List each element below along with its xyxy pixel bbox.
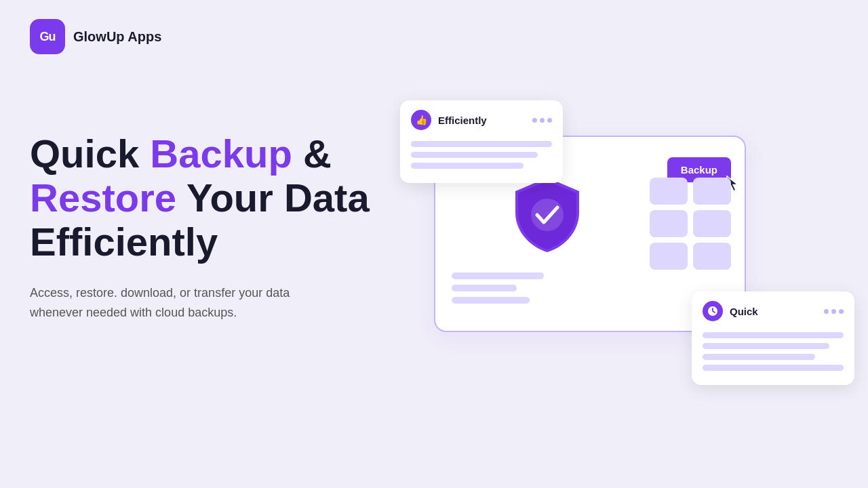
left-content: Quick Backup & Restore Your Data Efficie… (30, 132, 370, 322)
shield-icon (503, 171, 591, 262)
headline-efficiently: Efficiently (30, 220, 218, 264)
company-name: GlowUp Apps (73, 29, 161, 45)
grid-cell-3 (650, 210, 688, 237)
headline-quick: Quick (30, 131, 150, 176)
line-2 (411, 152, 538, 158)
illustration: 👍 Efficiently Backup (393, 0, 868, 488)
grid-cells (650, 178, 731, 270)
header: Gu GlowUp Apps (30, 19, 161, 54)
efficiently-card-lines (411, 138, 552, 169)
quick-card-lines (703, 329, 844, 371)
headline-and: & (292, 131, 332, 176)
grid-cell-5 (650, 243, 688, 270)
logo-initials: Gu (40, 30, 56, 44)
grid-cell-4 (693, 210, 731, 237)
qline-1 (703, 332, 844, 338)
line-1 (411, 141, 552, 147)
dot-1 (532, 118, 537, 123)
dot-3 (547, 118, 552, 123)
quick-card: Quick (692, 291, 854, 385)
qline-4 (703, 365, 844, 371)
line-3 (411, 163, 524, 169)
grid-cell-2 (693, 178, 731, 205)
dot-2 (540, 118, 545, 123)
grid-cell-1 (650, 178, 688, 205)
headline-backup: Backup (150, 131, 292, 176)
qline-3 (703, 354, 815, 360)
dot-4 (824, 309, 829, 314)
quick-card-icon (703, 301, 723, 321)
quick-card-dots (824, 309, 844, 314)
card-dots (532, 118, 552, 123)
headline-your-data: Your Data (176, 176, 370, 220)
headline: Quick Backup & Restore Your Data Efficie… (30, 132, 370, 264)
qline-2 (703, 343, 829, 349)
efficiently-card-header: 👍 Efficiently (411, 110, 552, 130)
dot-5 (831, 309, 836, 314)
logo-icon: Gu (30, 19, 65, 54)
subtext: Access, restore. download, or transfer y… (30, 283, 321, 323)
efficiently-card-title: Efficiently (438, 115, 526, 126)
dot-6 (839, 309, 844, 314)
thumbs-up-icon: 👍 (411, 110, 431, 130)
headline-restore: Restore (30, 176, 176, 220)
quick-card-title: Quick (730, 306, 817, 317)
efficiently-card: 👍 Efficiently (400, 100, 563, 183)
quick-card-header: Quick (703, 301, 844, 321)
grid-cell-6 (693, 243, 731, 270)
